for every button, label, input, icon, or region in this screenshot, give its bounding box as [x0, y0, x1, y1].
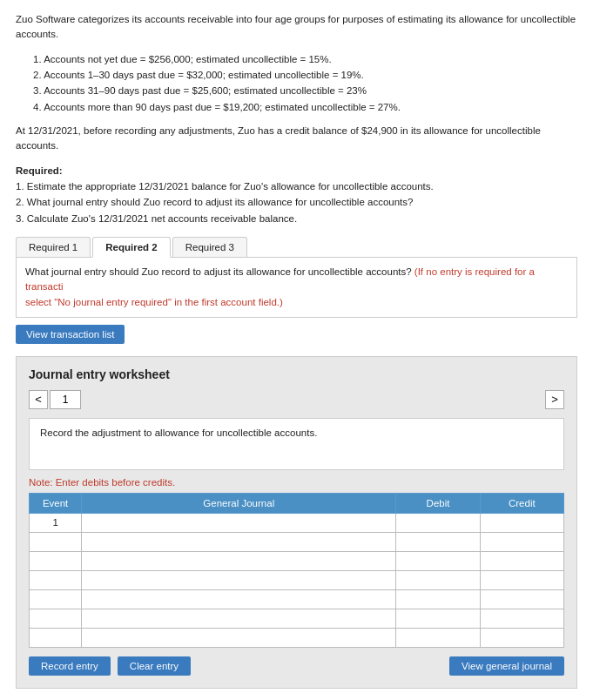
credit-cell[interactable] [480, 589, 563, 609]
event-cell [30, 609, 82, 628]
event-cell [30, 551, 82, 570]
credit-cell[interactable] [480, 628, 563, 647]
col-header-general-journal: General Journal [82, 493, 396, 513]
table-row [30, 532, 564, 551]
credit-cell[interactable] [480, 551, 563, 570]
tab-content-text: What journal entry should Zuo record to … [25, 266, 535, 307]
col-header-credit: Credit [480, 493, 563, 513]
required-item-1: 1. Estimate the appropriate 12/31/2021 b… [16, 178, 577, 194]
credit-cell[interactable] [480, 609, 563, 628]
credit-cell[interactable] [480, 513, 563, 532]
view-general-journal-button[interactable]: View general journal [449, 656, 564, 676]
tabs-bar: Required 1 Required 2 Required 3 [16, 237, 577, 258]
event-cell [30, 532, 82, 551]
journal-cell[interactable] [82, 589, 396, 609]
tab-required2[interactable]: Required 2 [92, 237, 170, 258]
debit-cell[interactable] [396, 628, 480, 647]
required-section: Required: 1. Estimate the appropriate 12… [16, 163, 577, 227]
table-row [30, 628, 564, 647]
journal-cell[interactable] [82, 513, 396, 532]
record-description-box: Record the adjustment to allowance for u… [29, 418, 564, 470]
required-item-2: 2. What journal entry should Zuo record … [16, 194, 577, 210]
account-list: 1. Accounts not yet due = $256,000; esti… [33, 51, 577, 116]
debit-cell[interactable] [396, 589, 480, 609]
table-row: 1 [30, 513, 564, 532]
view-transaction-button[interactable]: View transaction list [16, 325, 125, 344]
event-cell: 1 [30, 513, 82, 532]
intro-paragraph: Zuo Software categorizes its accounts re… [16, 12, 577, 43]
table-row [30, 609, 564, 628]
journal-cell[interactable] [82, 570, 396, 589]
list-item: 3. Accounts 31–90 days past due = $25,60… [33, 83, 577, 98]
credit-cell[interactable] [480, 532, 563, 551]
table-row [30, 589, 564, 609]
journal-cell[interactable] [82, 609, 396, 628]
tab-required3[interactable]: Required 3 [172, 237, 247, 257]
debit-cell[interactable] [396, 609, 480, 628]
table-row [30, 551, 564, 570]
worksheet-container: Journal entry worksheet < > Record the a… [16, 356, 577, 689]
intro-text: Zuo Software categorizes its accounts re… [16, 14, 576, 39]
record-entry-button[interactable]: Record entry [29, 656, 111, 676]
col-header-debit: Debit [396, 493, 480, 513]
balance-text: At 12/31/2021, before recording any adju… [16, 124, 577, 154]
required-heading: Required: [16, 165, 63, 176]
event-cell [30, 628, 82, 647]
debit-cell[interactable] [396, 551, 480, 570]
journal-cell[interactable] [82, 628, 396, 647]
worksheet-title: Journal entry worksheet [29, 367, 564, 381]
credit-cell[interactable] [480, 570, 563, 589]
nav-row: < > [29, 390, 564, 409]
clear-entry-button[interactable]: Clear entry [118, 656, 191, 676]
record-description-text: Record the adjustment to allowance for u… [40, 427, 317, 438]
action-buttons: Record entry Clear entry View general jo… [29, 656, 564, 676]
nav-prev-button[interactable]: < [29, 390, 48, 409]
event-cell [30, 570, 82, 589]
journal-table: Event General Journal Debit Credit 1 [29, 493, 564, 648]
note-text: Note: Enter debits before credits. [29, 477, 564, 488]
debit-cell[interactable] [396, 532, 480, 551]
required-item-3: 3. Calculate Zuo's 12/31/2021 net accoun… [16, 211, 577, 226]
list-item: 1. Accounts not yet due = $256,000; esti… [33, 51, 577, 67]
list-item: 4. Accounts more than 90 days past due =… [33, 99, 577, 115]
col-header-event: Event [30, 493, 82, 513]
tab-required1[interactable]: Required 1 [16, 237, 91, 257]
nav-next-button[interactable]: > [545, 390, 564, 409]
tab-content-box: What journal entry should Zuo record to … [16, 258, 577, 318]
page-container: Zuo Software categorizes its accounts re… [0, 0, 593, 700]
journal-cell[interactable] [82, 551, 396, 570]
table-row [30, 570, 564, 589]
journal-cell[interactable] [82, 532, 396, 551]
nav-page-input[interactable] [50, 390, 81, 409]
debit-cell[interactable] [396, 513, 480, 532]
event-cell [30, 589, 82, 609]
list-item: 2. Accounts 1–30 days past due = $32,000… [33, 67, 577, 83]
debit-cell[interactable] [396, 570, 480, 589]
